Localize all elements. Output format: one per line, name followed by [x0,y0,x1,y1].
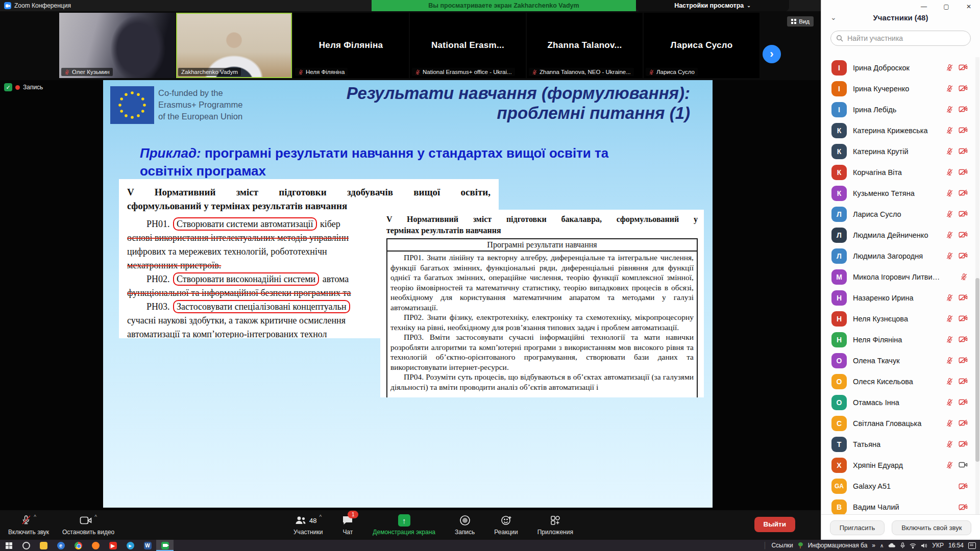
clock[interactable]: 16:54 [948,542,964,549]
unmute-button[interactable]: ^ Включить звук [8,514,49,536]
participant-row[interactable]: ЛЛюдмила Дейниченко [821,224,980,245]
avatar: О [831,374,847,389]
scrollbar-thumb[interactable] [975,278,979,462]
telegram-icon[interactable]: ▸ [121,540,139,551]
muted-mic-icon [946,294,953,302]
participant-row[interactable]: GAGalaxy A51 [821,475,980,496]
file-explorer-icon[interactable] [35,540,52,551]
video-tile[interactable]: Неля ФілянінаНеля Філяніна [293,13,409,78]
invite-button[interactable]: Пригласить [830,520,885,535]
edge-icon[interactable]: e [52,540,69,551]
avatar: GA [831,479,847,494]
participant-row[interactable]: ННазаренко Ирина [821,287,980,308]
avatar: К [831,123,847,138]
maximize-button[interactable]: ▢ [935,0,958,13]
stop-video-button[interactable]: ^ Остановить видео [62,514,114,536]
youtube-icon[interactable]: ▶ [104,540,121,551]
avatar: К [831,165,847,180]
search-icon[interactable] [17,540,35,551]
viewing-screen-banner: Вы просматриваете экран Zakharchenko Vad… [372,0,636,11]
participant-row[interactable]: ІІрина Доброскок [821,57,980,78]
muted-mic-icon [946,147,953,155]
video-tile[interactable]: National Erasm...National Erasmus+ offic… [410,13,526,78]
notification-center-icon[interactable] [968,542,976,549]
next-participants-button[interactable]: › [763,45,781,63]
view-settings-dropdown[interactable]: Настройки просмотра⌄ [636,0,789,11]
language-indicator[interactable]: УКР [932,542,944,549]
muted-mic-icon [946,85,953,92]
video-tile[interactable]: Zakharchenko Vadym [176,13,292,78]
participant-row[interactable]: ЛЛюдмила Загородня [821,245,980,266]
muted-mic-icon [946,440,953,448]
speaker-icon[interactable] [921,543,927,548]
record-button[interactable]: Запись [455,514,475,536]
participant-row[interactable]: ККатерина Крутій [821,141,980,162]
info-base-toolbar-label[interactable]: Информационная ба [808,542,868,549]
toolbar-overflow-chevron[interactable]: » [872,542,875,549]
camera-off-icon [959,315,968,322]
participant-row[interactable]: ННеля Кузнєцова [821,308,980,329]
participant-row[interactable]: ООлеся Кисельова [821,371,980,392]
minimize-button[interactable]: — [913,0,935,13]
system-tray: │ Ссылки Информационная ба » ∧ УКР 16:54 [763,540,980,551]
meeting-toolbar: ^ Включить звук ^ Остановить видео 48 ^ … [0,510,821,540]
recording-label: Запись [23,84,43,91]
video-tile[interactable]: Лариса СуслоЛариса Сусло [644,13,760,78]
camera-off-icon [959,357,968,364]
participant-row[interactable]: ККузьменко Тетяна [821,183,980,204]
participant-row[interactable]: ССвітлана Гловацька [821,413,980,434]
participant-row[interactable]: ММикола Ігорович Литвиненко [821,266,980,287]
wifi-icon[interactable] [910,543,916,548]
show-hidden-icons[interactable]: ∧ [880,543,884,548]
view-layout-button[interactable]: Вид [787,16,814,27]
program-result-paragraph: ПР03. Вміти застосовувати сучасні інформ… [390,332,694,372]
camera-off-icon [959,252,968,260]
chrome-icon[interactable] [69,540,87,551]
firefox-icon[interactable] [87,540,104,551]
search-input[interactable] [846,34,965,43]
start-icon[interactable] [0,540,17,551]
participant-row[interactable]: ВВадим Чалий [821,496,980,514]
unmute-self-button[interactable]: Включить свой звук [892,520,971,535]
video-tiles: Олег КузьминZakharchenko VadymНеля Філян… [59,13,760,78]
participant-name: Ірина Кучеренко [853,85,941,93]
participants-panel: — ▢ ✕ ⌄ Участники (48) ІІрина ДоброскокІ… [821,0,980,551]
video-tile[interactable]: Zhanna Talanov...Zhanna Talanova, NEO - … [527,13,643,78]
chevron-up-icon[interactable]: ^ [320,514,322,520]
close-button[interactable]: ✕ [958,0,980,13]
zoom-app-taskbar-icon[interactable] [156,540,174,551]
chat-button[interactable]: 1 Чат [342,514,353,536]
camera-off-icon [959,231,968,239]
participant-row[interactable]: ТТатьяна [821,434,980,455]
muted-mic-icon [946,419,953,427]
reactions-button[interactable]: Реакции [494,514,518,536]
muted-mic-icon [415,69,421,75]
participant-row[interactable]: ООлена Ткачук [821,350,980,371]
participant-row[interactable]: ЛЛариса Сусло [821,204,980,224]
participant-row[interactable]: ККатерина Крижевська [821,120,980,141]
avatar: І [831,81,847,96]
participant-row[interactable]: ХХряпін Едуард [821,455,980,475]
participant-row[interactable]: ООтамась Інна [821,392,980,413]
muted-mic-icon [946,336,953,343]
chevron-up-icon[interactable]: ^ [94,514,97,520]
camera-off-icon [959,210,968,218]
chevron-up-icon[interactable]: ^ [34,514,36,520]
tile-name-label: Лариса Сусло [646,68,698,76]
links-toolbar-label[interactable]: Ссылки [771,542,793,549]
word-icon[interactable]: W [139,540,156,551]
participant-row[interactable]: ККорчагіна Віта [821,162,980,183]
muted-mic-icon [946,64,953,71]
share-screen-button[interactable]: ↑ Демонстрация экрана [373,514,435,536]
apps-button[interactable]: Приложения [537,514,573,536]
leave-meeting-button[interactable]: Выйти [754,517,796,532]
tray-mic-icon[interactable] [900,542,905,548]
participants-button[interactable]: 48 ^ Участники [293,514,323,536]
participant-row[interactable]: ННеля Філяніна [821,329,980,350]
participant-row[interactable]: ІІрина Кучеренко [821,78,980,99]
participant-row[interactable]: ІІрина Лебідь [821,99,980,120]
video-tile[interactable]: Олег Кузьмин [59,13,175,78]
tile-name-label: Неля Філяніна [295,68,348,76]
onedrive-cloud-icon[interactable] [888,543,896,548]
participant-search-box[interactable] [830,31,971,46]
